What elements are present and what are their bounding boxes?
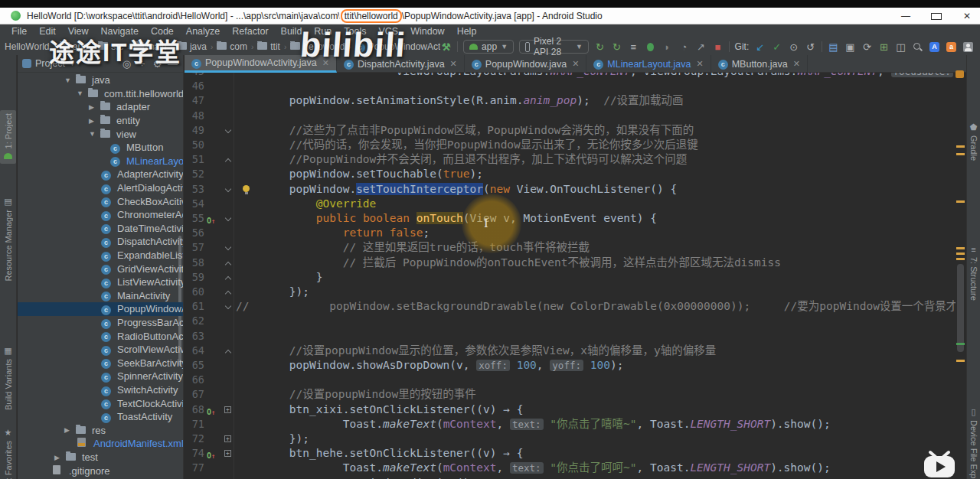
minimize-button[interactable]: — (900, 11, 911, 21)
rollback-icon[interactable]: ↺ (805, 42, 816, 52)
menu-item-window[interactable]: Window (405, 25, 449, 37)
tool-button-7-structure[interactable]: ≡7: Structure (967, 245, 980, 301)
tree-item-test[interactable]: ▶test (18, 451, 183, 464)
virtual-device-icon[interactable]: ◫ (895, 42, 906, 52)
tool-button-device-file-explorer[interactable]: ▯Device File Explorer (967, 407, 980, 479)
tree-item-java[interactable]: ▼java (18, 73, 183, 87)
run-configuration-select[interactable]: app▼ (463, 40, 514, 54)
tree-item-scrollviewactivity[interactable]: cScrollViewActivity (18, 343, 183, 357)
project-structure-icon[interactable]: ▤ (828, 42, 839, 52)
commit-icon[interactable]: ✓ (771, 42, 782, 52)
tree-item-mlinearlayout[interactable]: cMLinearLayout (18, 155, 183, 168)
tree-item-view[interactable]: ▼view (18, 127, 183, 141)
fold-marker-icon[interactable]: + (224, 406, 231, 413)
tool-button-resource-manager[interactable]: ▤Resource Manager (0, 197, 16, 282)
profile-avatar-icon[interactable] (962, 42, 974, 52)
tree-item-mainactivity[interactable]: cMainActivity (18, 289, 183, 303)
fold-marker-icon[interactable]: + (224, 450, 231, 457)
debug-icon[interactable] (645, 43, 656, 51)
tree-item-switchactivity[interactable]: cSwitchActivity (18, 383, 183, 397)
tree-item-com-ttit-helloworld[interactable]: ▼com.ttit.helloworld (18, 87, 183, 101)
tree-collapse-arrow-icon[interactable]: ▶ (54, 454, 60, 461)
breadcrumb-item-ttit[interactable]: ttit (256, 41, 282, 52)
tree-item-gridviewactivity[interactable]: cGridViewActivity (18, 262, 183, 275)
tree-item-spinneractivity[interactable]: cSpinnerActivity (18, 370, 183, 383)
tree-item-popupwindowactivity[interactable]: cPopupWindowActivity (18, 302, 183, 316)
breadcrumb-item-helloworld[interactable]: HelloWorld (3, 41, 51, 52)
tool-button-1-project[interactable]: 1: Project (0, 110, 16, 164)
apply-changes-icon[interactable]: ↻ (594, 42, 606, 52)
run-menu-icon[interactable]: ≡ (628, 42, 639, 52)
build-hammer-icon[interactable]: ⚒ (440, 42, 452, 52)
tree-item-androidmanifest-xml[interactable]: AndroidManifest.xml (18, 437, 183, 451)
device-manager-icon[interactable]: ▣ (844, 42, 856, 52)
tree-item-textclockactivity[interactable]: cTextClockActivity (18, 396, 183, 410)
tree-item-listviewactivity[interactable]: cListViewActivity (18, 275, 183, 289)
tree-item-mbutton[interactable]: cMButton (18, 141, 183, 155)
tab-close-icon[interactable]: ✕ (793, 59, 800, 69)
fold-marker-icon[interactable] (225, 261, 231, 267)
stop-icon[interactable]: ■ (712, 42, 724, 52)
tree-item-res[interactable]: ▶res (18, 424, 183, 438)
fold-marker-icon[interactable] (225, 215, 231, 221)
tab-close-icon[interactable]: ✕ (696, 59, 703, 69)
tree-item-dispatchactivity[interactable]: cDispatchActivity (18, 235, 183, 249)
tree-item-expandablelistview[interactable]: cExpandableListView (18, 249, 183, 262)
tree-expand-arrow-icon[interactable]: ▼ (89, 130, 96, 138)
translate-orange-icon[interactable]: a (946, 42, 957, 52)
fold-marker-icon[interactable] (225, 185, 231, 191)
menu-item-refactor[interactable]: Refactor (227, 25, 273, 37)
fold-marker-icon[interactable] (225, 158, 231, 165)
tab-close-icon[interactable]: ✕ (572, 59, 579, 69)
tree-item-adapter[interactable]: ▶adapter (18, 100, 183, 114)
fold-marker-icon[interactable] (225, 350, 231, 356)
close-button[interactable]: ✕ (962, 11, 972, 21)
fold-marker-icon[interactable] (225, 303, 231, 309)
fold-marker-icon[interactable] (225, 276, 231, 282)
editor-tab-mlinearlayout-java[interactable]: cMLinearLayout.java✕ (586, 55, 710, 73)
fold-marker-icon[interactable] (225, 127, 231, 133)
attach-debugger-icon[interactable]: ↗ (695, 42, 707, 52)
tree-collapse-arrow-icon[interactable]: ▶ (64, 426, 70, 434)
editor-tab-popupwindow-java[interactable]: cPopupWindow.java✕ (465, 55, 587, 73)
tab-close-icon[interactable]: ✕ (450, 59, 457, 69)
tree-item-seekbaractivity[interactable]: cSeekBarActivity (18, 357, 183, 370)
translate-blue-icon[interactable]: A (929, 42, 940, 52)
tree-item-checkboxacitivity[interactable]: cCheckBoxAcitivity (18, 194, 183, 208)
tree-expand-arrow-icon[interactable]: ▼ (64, 77, 71, 84)
gradle-sync-icon[interactable]: ⟳ (861, 42, 873, 52)
tree-item-alertdialogactivity[interactable]: cAlertDialogActivity (18, 181, 183, 195)
inspection-status-badge[interactable] (956, 70, 964, 78)
history-icon[interactable]: ⊙ (788, 42, 799, 52)
tree-collapse-arrow-icon[interactable]: ▶ (89, 117, 94, 125)
sdk-manager-icon[interactable]: ⊞ (878, 42, 890, 52)
tree-expand-arrow-icon[interactable]: ▼ (77, 90, 83, 97)
device-select[interactable]: Pixel 2 API 28▼ (519, 40, 589, 54)
tool-button-build-variants[interactable]: ▦Build Variants (0, 346, 16, 410)
fold-marker-icon[interactable] (225, 244, 231, 250)
tree-item-entity[interactable]: ▶entity (18, 114, 183, 128)
menu-item-file[interactable]: File (6, 25, 32, 37)
tool-button-gradle[interactable]: ⬟Gradle (967, 122, 980, 161)
fold-marker-icon[interactable] (225, 291, 231, 297)
maximize-button[interactable] (931, 13, 942, 20)
profiler-gauge-icon[interactable]: ◔ (678, 42, 690, 52)
tree-collapse-arrow-icon[interactable]: ▶ (89, 103, 94, 111)
tree-item-datetimeactivity[interactable]: cDateTimeActivity (18, 222, 183, 236)
tree-item-radiobuttonactivity[interactable]: cRadioButtonActivity (18, 329, 183, 343)
tool-button-2-favorites[interactable]: ★2: Favorites (0, 428, 16, 479)
tree-item--gitignore[interactable]: .gitignore (18, 464, 183, 477)
tree-item-toastactivity[interactable]: cToastActivity (18, 410, 183, 424)
menu-item-analyze[interactable]: Analyze (181, 25, 225, 37)
code-editor[interactable]: 45 ViewGroup.LayoutParams.WRAP_CONTENT, … (185, 73, 956, 479)
apply-code-changes-icon[interactable]: ↻ (611, 42, 622, 52)
tree-item-progressbaractivity[interactable]: cProgressBarActivity (18, 316, 183, 330)
fold-marker-icon[interactable]: + (224, 435, 231, 442)
profiler-shield-icon[interactable]: ◗ (662, 42, 673, 52)
update-project-icon[interactable]: ↙ (754, 42, 766, 52)
editor-tab-mbutton-java[interactable]: cMButton.java✕ (711, 55, 808, 73)
editor-scrollbar[interactable] (957, 264, 964, 352)
search-everywhere-icon[interactable] (912, 42, 923, 52)
tree-item-chronometeracitvity[interactable]: cChronometerAcitvity (18, 208, 183, 222)
breadcrumb-item-com[interactable]: com (215, 41, 249, 52)
